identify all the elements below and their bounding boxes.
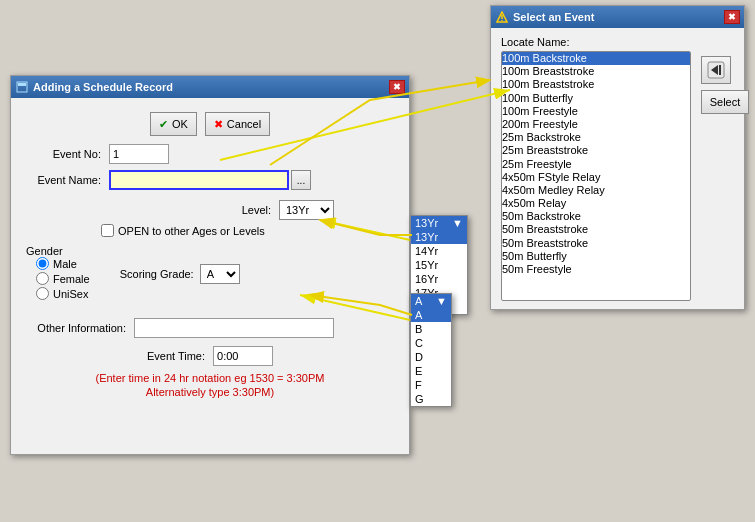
button-row: ✔ OK ✖ Cancel: [26, 112, 394, 136]
select-dialog: Select an Event ✖ Locate Name: 100m Back…: [490, 5, 745, 310]
close-button[interactable]: ✖: [389, 80, 405, 94]
gender-options: Male Female UniSex: [36, 257, 90, 300]
ok-icon: ✔: [159, 118, 168, 131]
svg-rect-5: [18, 83, 26, 86]
grade-selected: A: [415, 295, 422, 307]
scoring-grade-section: Scoring Grade: A B C D E F G: [120, 264, 240, 284]
dialog-actions: Select: [701, 56, 749, 114]
scoring-grade-select[interactable]: A B C D E F G: [200, 264, 240, 284]
level-selected: 13Yr: [415, 217, 438, 229]
gender-female-label: Female: [53, 273, 90, 285]
select-button[interactable]: Select: [701, 90, 749, 114]
browse-button[interactable]: ...: [291, 170, 311, 190]
gender-female-radio[interactable]: [36, 272, 49, 285]
select-dialog-body: Locate Name: 100m Backstroke 100m Breast…: [491, 28, 744, 309]
grade-dropdown-header: A ▼: [411, 294, 451, 308]
event-no-input[interactable]: [109, 144, 169, 164]
grade-item-e[interactable]: E: [411, 364, 451, 378]
event-list[interactable]: 100m Backstroke 100m Breaststroke 100m B…: [501, 51, 691, 301]
level-row: Level: 13Yr 14Yr 15Yr 16Yr 17Yr 20Yr: [26, 200, 334, 220]
gender-unisex-row: UniSex: [36, 287, 90, 300]
level-label: Level:: [226, 204, 271, 216]
cancel-button[interactable]: ✖ Cancel: [205, 112, 270, 136]
gender-male-radio[interactable]: [36, 257, 49, 270]
other-info-row: Other Information:: [26, 318, 394, 338]
open-checkbox-row: OPEN to other Ages or Levels: [101, 224, 394, 237]
gender-unisex-label: UniSex: [53, 288, 88, 300]
cancel-icon: ✖: [214, 118, 223, 131]
event-name-input[interactable]: [109, 170, 289, 190]
open-label: OPEN to other Ages or Levels: [118, 225, 265, 237]
grade-item-g[interactable]: G: [411, 392, 451, 406]
dialog-icon: [15, 80, 29, 94]
main-dialog-titlebar: Adding a Schedule Record ✖: [11, 76, 409, 98]
event-time-row: Event Time:: [26, 346, 394, 366]
level-select[interactable]: 13Yr 14Yr 15Yr 16Yr 17Yr 20Yr: [279, 200, 334, 220]
other-info-label: Other Information:: [26, 322, 126, 334]
list-section: Locate Name: 100m Backstroke 100m Breast…: [501, 36, 691, 301]
grade-item-c[interactable]: C: [411, 336, 451, 350]
locate-row: Locate Name: 100m Backstroke 100m Breast…: [501, 36, 734, 301]
grade-dropdown-popup: A ▼ A B C D E F G: [410, 293, 452, 407]
open-checkbox[interactable]: [101, 224, 114, 237]
gender-male-row: Male: [36, 257, 90, 270]
grade-item-d[interactable]: D: [411, 350, 451, 364]
grade-item-a[interactable]: A: [411, 308, 451, 322]
main-dialog: Adding a Schedule Record ✖ ✔ OK ✖ Cancel…: [10, 75, 410, 455]
select-dialog-icon: [495, 10, 509, 24]
level-item-13yr[interactable]: 13Yr: [411, 230, 467, 244]
level-item-14yr[interactable]: 14Yr: [411, 244, 467, 258]
gender-female-row: Female: [36, 272, 90, 285]
select-dialog-titlebar: Select an Event ✖: [491, 6, 744, 28]
main-dialog-title: Adding a Schedule Record: [33, 81, 173, 93]
event-name-row: Event Name: ...: [26, 170, 394, 190]
hint1: (Enter time in 24 hr notation eg 1530 = …: [26, 372, 394, 384]
event-time-input[interactable]: [213, 346, 273, 366]
svg-rect-11: [719, 65, 721, 75]
event-no-row: Event No:: [26, 144, 394, 164]
level-item-15yr[interactable]: 15Yr: [411, 258, 467, 272]
event-name-label: Event Name:: [26, 174, 101, 186]
level-arrow: ▼: [452, 217, 463, 229]
locate-label: Locate Name:: [501, 36, 691, 48]
level-item-16yr[interactable]: 16Yr: [411, 272, 467, 286]
gender-unisex-radio[interactable]: [36, 287, 49, 300]
select-dialog-title: Select an Event: [513, 11, 594, 23]
event-time-label: Event Time:: [147, 350, 205, 362]
grade-arrow: ▼: [436, 295, 447, 307]
nav-icon-button[interactable]: [701, 56, 731, 84]
other-info-input[interactable]: [134, 318, 334, 338]
grade-item-f[interactable]: F: [411, 378, 451, 392]
scoring-grade-label: Scoring Grade:: [120, 268, 194, 280]
gender-title: Gender: [26, 245, 90, 257]
svg-point-8: [501, 20, 502, 21]
gender-male-label: Male: [53, 258, 77, 270]
ok-button[interactable]: ✔ OK: [150, 112, 197, 136]
grade-item-b[interactable]: B: [411, 322, 451, 336]
level-dropdown-header: 13Yr ▼: [411, 216, 467, 230]
event-no-label: Event No:: [26, 148, 101, 160]
hint2: Alternatively type 3:30PM): [26, 386, 394, 398]
gender-section: Gender Male Female UniSex: [26, 245, 90, 302]
select-dialog-close[interactable]: ✖: [724, 10, 740, 24]
